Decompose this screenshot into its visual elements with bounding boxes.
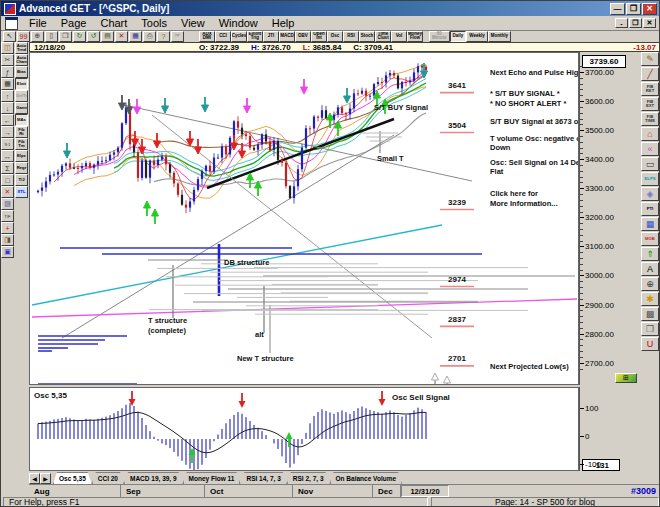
scissors-icon[interactable]: ✂ xyxy=(1,54,14,66)
close-button[interactable]: ✕ xyxy=(642,3,657,15)
draw-icon[interactable]: ✱ xyxy=(641,292,659,306)
u-icon[interactable]: U xyxy=(641,337,659,351)
pti-icon[interactable]: PTI xyxy=(641,202,659,216)
crosshair-icon[interactable]: + xyxy=(1,222,14,234)
chart-page-icon[interactable]: ▦ xyxy=(129,31,142,42)
price-chart[interactable]: 364135043239297428372701Next Echo and Pu… xyxy=(29,52,579,385)
interval-button-daily[interactable]: Daily xyxy=(450,31,467,42)
tab-rsi-14-7-3[interactable]: RSI 14, 7, 3 xyxy=(240,472,286,484)
tool-button-gann[interactable]: Gann xyxy=(15,102,28,114)
study-button-money-flow[interactable]: Money Flow xyxy=(407,31,423,42)
gann-icon[interactable]: ⌂ xyxy=(641,127,659,141)
zoom-tool-icon[interactable]: ⊕ xyxy=(641,277,659,291)
tool-button-regr[interactable]: Regr xyxy=(15,162,28,174)
text-tool-icon[interactable]: A xyxy=(641,262,659,276)
rotate-icon[interactable]: ↺ xyxy=(87,31,100,42)
scale-settings-button[interactable]: ⊞ xyxy=(615,373,637,383)
elliott-arrow-icon[interactable]: ⇑ xyxy=(641,247,659,261)
tool-button-fib-tm[interactable]: Fib Tm xyxy=(15,138,28,150)
expansion-arrows-icon[interactable]: « xyxy=(641,142,659,156)
tool-button-fib-rt[interactable]: Fib Rt xyxy=(15,126,28,138)
child-restore-button[interactable]: ❐ xyxy=(629,18,642,28)
interval-button-weekly[interactable]: Weekly xyxy=(466,31,487,42)
scroll-left-icon[interactable]: ← xyxy=(1,114,14,126)
help-icon[interactable]: ? xyxy=(157,31,170,42)
study-button-open-int[interactable]: Open Int xyxy=(311,31,327,42)
study-button-cycles[interactable]: Cycles xyxy=(231,31,247,42)
grid-icon[interactable]: ▦ xyxy=(641,217,659,231)
tool-button-auto-trnd[interactable]: Auto Trnd xyxy=(15,42,28,54)
tool-button-deftr[interactable]: DefTr xyxy=(15,90,28,102)
study-button-macd[interactable]: MACD xyxy=(279,31,295,42)
scroll-right-icon[interactable]: → xyxy=(1,126,14,138)
new-chart-icon[interactable]: ▯ xyxy=(45,31,58,42)
tool-button-t-j[interactable]: T/J xyxy=(15,174,28,186)
exit-icon[interactable]: ◨ xyxy=(1,234,14,246)
chart-type-icon[interactable]: ▦ xyxy=(1,78,14,90)
maximize-button[interactable]: ❐ xyxy=(626,3,641,15)
interval-button-monthly[interactable]: Monthly xyxy=(488,31,511,42)
minimize-button[interactable]: — xyxy=(610,3,625,15)
open-copy-icon[interactable]: ❐ xyxy=(59,31,72,42)
fib-retracement-icon[interactable]: FIB RET xyxy=(641,82,659,96)
study-button-jti[interactable]: JTI xyxy=(263,31,279,42)
box-icon[interactable]: □ xyxy=(1,174,14,186)
title-bar[interactable]: Advanced GET - [^GSPC, Daily] —❐✕ xyxy=(1,1,659,16)
quotes-icon[interactable]: 99 xyxy=(17,31,30,42)
rhombus-icon[interactable]: ◈ xyxy=(641,187,659,201)
menu-file[interactable]: File xyxy=(22,17,54,29)
study-button-cci[interactable]: CCI xyxy=(215,31,231,42)
sum-icon[interactable]: Σ xyxy=(1,162,14,174)
tab-macd-19-39-9[interactable]: MACD 19, 39, 9 xyxy=(124,472,183,484)
refresh-icon[interactable]: ↻ xyxy=(73,31,86,42)
study-button-elliott-trig[interactable]: Elliott Trig xyxy=(247,31,263,42)
menu-page[interactable]: Page xyxy=(54,17,94,29)
tab-money-flow-11[interactable]: Money Flow 11 xyxy=(183,472,241,484)
study-button-rsi[interactable]: RSI xyxy=(343,31,359,42)
tab-osc-5-35[interactable]: Osc 5,35 xyxy=(53,472,92,484)
tool-button-bias[interactable]: Bias xyxy=(15,66,28,78)
tab-scroll-right-button[interactable]: ▶ xyxy=(40,473,51,484)
rectangle-tool-icon[interactable]: ▭ xyxy=(641,157,659,171)
tab-on-balance-volume[interactable]: On Balance Volume xyxy=(330,472,403,484)
print-icon[interactable]: ⎙ xyxy=(143,31,156,42)
pages-icon[interactable]: ❐ xyxy=(641,322,659,336)
menu-view[interactable]: View xyxy=(174,17,212,29)
study-button-vol[interactable]: Vol xyxy=(391,31,407,42)
expand-icon[interactable]: ↔ xyxy=(1,150,14,162)
interval-button-60-minute[interactable]: 60 Minute xyxy=(429,31,450,42)
delete-icon[interactable]: ✕ xyxy=(115,31,128,42)
pencil-icon[interactable]: ✎ xyxy=(641,52,659,66)
paste-icon[interactable]: ▤ xyxy=(101,31,114,42)
tab-cci-20[interactable]: CCI 20 xyxy=(92,472,124,484)
tool-button-auto-chan[interactable]: Auto Chan xyxy=(15,54,28,66)
study-button-adx-dmi[interactable]: ADX DMI xyxy=(199,31,215,42)
trendline-icon[interactable]: ╱ xyxy=(641,67,659,81)
child-minimize-button[interactable]: - xyxy=(615,18,628,28)
tab-rsi-2-7-3[interactable]: RSI 2, 7, 3 xyxy=(287,472,330,484)
study-button-stoch[interactable]: Stoch xyxy=(359,31,375,42)
study-icon[interactable]: ƒ xyxy=(1,66,14,78)
tab-scroll-left-button[interactable]: ◀ xyxy=(29,473,40,484)
ratio-icon[interactable]: 9:1 xyxy=(1,138,14,150)
delete-lines-icon[interactable]: ✕ xyxy=(1,186,14,198)
window-icon[interactable]: ▣ xyxy=(1,246,14,258)
fib-extension-icon[interactable]: FIB EXT xyxy=(641,97,659,111)
open-folder-icon[interactable]: ◫ xyxy=(1,42,14,54)
study-button-time-clust[interactable]: Time Clust xyxy=(375,31,391,42)
ellipse-tool-icon[interactable]: ELPS xyxy=(641,172,659,186)
menu-help[interactable]: Help xyxy=(265,17,302,29)
child-close-button[interactable]: ✕ xyxy=(643,18,656,28)
scroll-up-icon[interactable]: ↑ xyxy=(1,90,14,102)
oscillator-panel[interactable]: Osc 5,35Osc Sell Signal xyxy=(29,387,579,471)
tif-icon[interactable]: TIF xyxy=(1,210,14,222)
pointer-icon[interactable]: ↖ xyxy=(3,31,16,42)
tool-button-xtl[interactable]: XTL xyxy=(15,186,28,198)
menu-window[interactable]: Window xyxy=(212,17,265,29)
tool-button-elott[interactable]: Elott xyxy=(15,78,28,90)
child-window-icon[interactable] xyxy=(5,17,18,30)
context-help-icon[interactable]: ☞ xyxy=(171,31,184,42)
study-button-obv[interactable]: OBV xyxy=(295,31,311,42)
tool-button-mas[interactable]: MAs xyxy=(15,114,28,126)
menu-chart[interactable]: Chart xyxy=(93,17,134,29)
